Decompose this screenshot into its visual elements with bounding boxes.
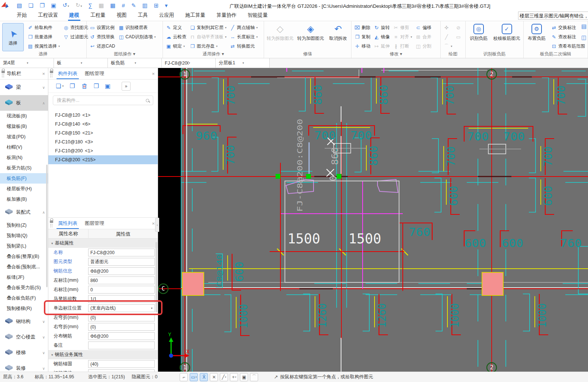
btn-check-edit-annotation[interactable]: ✎查改标注 bbox=[550, 34, 586, 40]
new-project-icon[interactable]: ❏ bbox=[28, 2, 33, 9]
delete-component-icon[interactable] bbox=[81, 83, 88, 90]
component-item-FJ-C8@140[interactable]: FJ-C8@140<6> bbox=[48, 120, 158, 129]
table-icon[interactable]: ▦ bbox=[110, 2, 115, 9]
btn-convert-to-demolition[interactable]: ◇转为拆除图元 bbox=[266, 23, 294, 42]
property-value-钢筋锚固[interactable]: (40) bbox=[88, 360, 155, 368]
btn-rotate[interactable]: ↻旋转 bbox=[373, 25, 391, 31]
property-value-左弯折(mm)[interactable]: (0) bbox=[88, 314, 155, 321]
nav-group-steel[interactable]: 钢结构∨ bbox=[0, 314, 48, 329]
btn-check-slab-rebar[interactable]: ✓校核板筋图元 bbox=[492, 23, 521, 42]
btn-identify-negative-rebar[interactable]: ◎识别负筋 bbox=[468, 23, 489, 42]
property-value-名称[interactable]: FJ-C8@200 bbox=[88, 249, 155, 256]
btn-find-replace[interactable]: ↺查找替换 bbox=[89, 34, 116, 40]
undo-icon[interactable]: ↺▾ bbox=[62, 1, 69, 10]
btn-pick-element[interactable]: ✐拾取构件 bbox=[27, 25, 61, 31]
btn-copy[interactable]: ❐复制 bbox=[354, 34, 371, 40]
property-value-右弯折(mm)[interactable]: (0) bbox=[88, 323, 155, 331]
btn-identify-floor-table[interactable]: ▦识别楼层表 bbox=[118, 25, 156, 31]
nav-item-板加腋(B)[interactable]: 板加腋(B) bbox=[0, 194, 48, 204]
property-value-分布钢筋[interactable]: Φ6@200 bbox=[88, 332, 155, 340]
panel-grip[interactable] bbox=[48, 69, 54, 78]
menu-tab-工程量[interactable]: 工程量 bbox=[85, 11, 111, 21]
selector-第4层[interactable]: 第4层▾ bbox=[0, 58, 54, 68]
btn-find-element[interactable]: ◎查找图元 bbox=[62, 25, 89, 31]
btn-trim[interactable]: ✂修剪 bbox=[392, 25, 413, 31]
btn-convert-to-reinforcement[interactable]: ◈转为加固图元 bbox=[297, 23, 324, 42]
nav-item-现浇板(B)[interactable]: 现浇板(B) bbox=[0, 111, 48, 121]
btn-define[interactable]: ✎定义 bbox=[165, 25, 187, 31]
search-input[interactable] bbox=[57, 98, 144, 103]
nav-group-hollow-floor[interactable]: 空心楼盖∨ bbox=[0, 329, 48, 345]
nav-group-stairs[interactable]: 楼梯∨ bbox=[0, 345, 48, 360]
nav-item-板缝(JF)[interactable]: 板缝(JF) bbox=[0, 272, 48, 282]
group-label-图纸操作[interactable]: 图纸操作 ▾ bbox=[87, 51, 163, 57]
btn-break[interactable]: ∦打断 bbox=[392, 43, 413, 49]
btn-auto-align-top-slab[interactable]: ⊓自动平齐顶板▾ bbox=[189, 34, 227, 40]
component-item-FJ-C10@180[interactable]: FJ-C10@180<3> bbox=[48, 137, 158, 146]
tab-property-list[interactable]: 属性列表 bbox=[54, 218, 81, 229]
btn-select-by-attribute[interactable]: ▤按属性选择▾ bbox=[27, 43, 61, 49]
menu-tab-建模[interactable]: 建模 bbox=[64, 11, 85, 21]
property-value-钢筋信息[interactable]: Φ8@200 bbox=[88, 267, 155, 275]
save-icon[interactable]: ▣ bbox=[51, 2, 56, 9]
btn-draw-arc[interactable]: ⌒▾ bbox=[443, 43, 453, 50]
btn-batch-select[interactable]: ❒批量选择 bbox=[27, 34, 61, 40]
nav-item-叠合板受力筋(S)[interactable]: 叠合板受力筋(S) bbox=[0, 282, 48, 293]
btn-delete[interactable]: ⌧删除 bbox=[354, 25, 371, 31]
nav-item-叠合板(整厚)(B)[interactable]: 叠合板(整厚)(B) bbox=[0, 251, 48, 262]
property-value-右标注(mm)[interactable]: 0 bbox=[88, 286, 155, 294]
panel-grip[interactable] bbox=[48, 219, 54, 227]
btn-split[interactable]: ◫分割 bbox=[415, 43, 432, 49]
nav-item-板受力筋(S)[interactable]: 板受力筋(S) bbox=[0, 163, 48, 173]
selector-FJ-C8@200[interactable]: FJ-C8@200▾ bbox=[162, 58, 216, 68]
menu-tab-工程设置[interactable]: 工程设置 bbox=[32, 11, 64, 21]
new-component-icon[interactable]: ❏▾ bbox=[56, 82, 64, 90]
save-layout-icon[interactable]: ⊞ bbox=[154, 2, 159, 9]
nav-group-beam[interactable]: 梁∨ bbox=[0, 80, 48, 95]
film-icon[interactable]: ▥ bbox=[142, 2, 147, 9]
nav-item-板负筋(F)[interactable]: 板负筋(F) bbox=[0, 173, 48, 184]
copy-component-icon[interactable]: ❐ bbox=[70, 82, 75, 90]
selector-分层板1[interactable]: 分层板1▾ bbox=[216, 58, 270, 68]
selector-板负筋[interactable]: 板负筋▾ bbox=[108, 58, 162, 68]
nav-item-预制楼梯(R)[interactable]: 预制楼梯(R) bbox=[0, 303, 48, 314]
group-label-修改[interactable]: 修改 ▾ bbox=[351, 51, 440, 57]
btn-mirror[interactable]: ◭镜像 bbox=[373, 34, 391, 40]
btn-length-annotation[interactable]: ↔长度标注▾ bbox=[229, 34, 258, 40]
component-item-FJ-C8@200[interactable]: FJ-C8@200<215> bbox=[48, 155, 158, 164]
panel-grip[interactable] bbox=[0, 69, 6, 78]
property-value-单边标注位置[interactable]: (支座内边线)▾ bbox=[88, 304, 155, 312]
polar-button[interactable]: ╱▾ bbox=[220, 373, 228, 381]
layer-copy-icon[interactable]: ❒ bbox=[94, 82, 99, 90]
tab-layer-management[interactable]: 图层管理 bbox=[81, 218, 108, 229]
cad-drawing[interactable]: Y X 1212C 700860860700700700860700700600… bbox=[158, 68, 588, 372]
nav-scrollbar[interactable] bbox=[46, 165, 48, 287]
btn-move[interactable]: ✛移动 bbox=[354, 43, 371, 49]
close-icon[interactable]: × bbox=[42, 71, 45, 77]
nav-item-预制墙(Q)[interactable]: 预制墙(Q) bbox=[0, 230, 48, 241]
nav-item-叠合板负筋(F)[interactable]: 叠合板负筋(F) bbox=[0, 293, 48, 303]
btn-swap-annotation[interactable]: ⇄交换标注 bbox=[550, 25, 586, 31]
nav-item-预制梁(L)[interactable]: 预制梁(L) bbox=[0, 241, 48, 251]
btn-set-scale[interactable]: ▭设置比例 bbox=[89, 25, 116, 31]
nav-item-螺旋板(B)[interactable]: 螺旋板(B) bbox=[0, 121, 48, 132]
btn-draw-circle[interactable]: ⊘ bbox=[455, 25, 462, 30]
property-value-备注[interactable] bbox=[88, 341, 155, 349]
menu-tab-开始[interactable]: 开始 bbox=[11, 11, 32, 21]
btn-element-save[interactable]: ❒图元存盘▾ bbox=[189, 43, 227, 49]
view-table-icon[interactable]: ▦ bbox=[99, 2, 104, 9]
btn-merge[interactable]: ⊞合并 bbox=[415, 34, 432, 40]
menu-tab-视图[interactable]: 视图 bbox=[111, 11, 132, 21]
btn-align[interactable]: ≡对齐▾ bbox=[392, 34, 413, 40]
nav-group-prefab[interactable]: 装配式∧ bbox=[0, 204, 48, 220]
nav-item-板洞(N)[interactable]: 板洞(N) bbox=[0, 152, 48, 163]
calculate-icon[interactable]: ∑ bbox=[88, 2, 92, 9]
cad-canvas-area[interactable]: Y X 1212C 700860860700700700860700700600… bbox=[158, 68, 588, 372]
nav-group-decoration[interactable]: 装修∨ bbox=[0, 360, 48, 372]
btn-draw-line[interactable]: ╱ bbox=[443, 34, 453, 40]
edit-icon[interactable]: ✎ bbox=[131, 2, 136, 9]
menu-tab-施工算量[interactable]: 施工算量 bbox=[180, 11, 211, 21]
expand-toolbar-icon[interactable]: » bbox=[122, 82, 131, 91]
component-save-icon[interactable]: ▣ bbox=[105, 82, 110, 90]
property-scrollbar[interactable] bbox=[155, 242, 157, 313]
